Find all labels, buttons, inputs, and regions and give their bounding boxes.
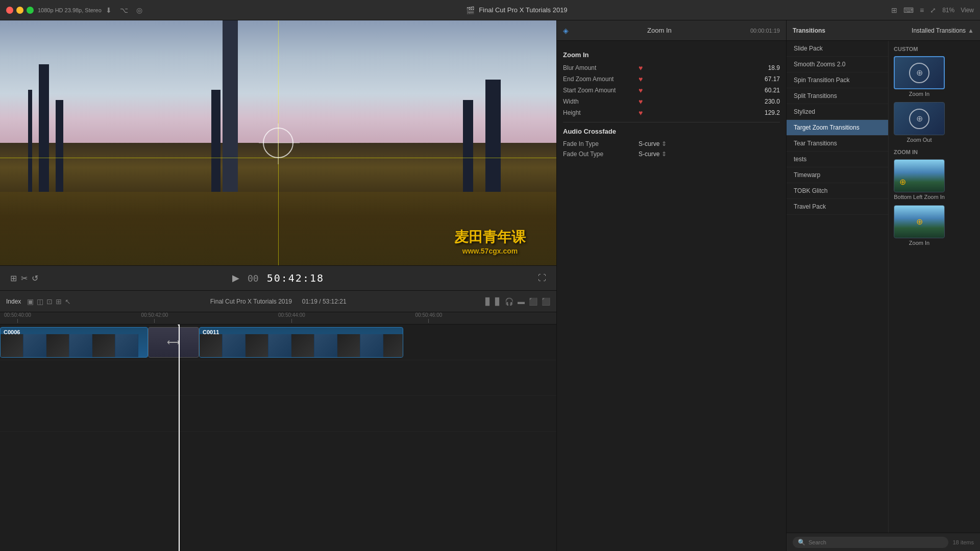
timecode-dots: 00 xyxy=(248,273,259,284)
transition-item-stylized[interactable]: Stylized xyxy=(787,104,888,120)
expand-icon[interactable]: ⤢ xyxy=(930,6,936,14)
zoom-out-thumb: ⊕ xyxy=(894,102,945,135)
view-button[interactable]: View xyxy=(961,7,974,14)
frame xyxy=(314,334,337,357)
search-icon: 🔍 xyxy=(798,539,805,546)
play-button[interactable]: ▶ xyxy=(232,272,239,284)
fullscreen-icon[interactable]: ⛶ xyxy=(538,273,546,282)
audio-crossfade-title: Audio Crossfade xyxy=(563,128,780,135)
start-zoom-keyframe[interactable]: ♥ xyxy=(639,86,643,94)
transitions-panel-title: Transitions xyxy=(793,27,825,34)
transition-item-split[interactable]: Split Transitions xyxy=(787,88,888,104)
width-keyframe[interactable]: ♥ xyxy=(639,97,643,106)
end-zoom-value[interactable]: 67.17 xyxy=(647,76,780,83)
transition-item-tear[interactable]: Tear Transitions xyxy=(787,136,888,152)
start-zoom-row: Start Zoom Amount ♥ 60.21 xyxy=(563,86,780,94)
fade-in-dropdown[interactable]: S-curve ⇕ xyxy=(639,140,667,147)
end-zoom-keyframe[interactable]: ♥ xyxy=(639,75,643,83)
track-icon-2[interactable]: ◫ xyxy=(37,297,43,306)
track-icon-4[interactable]: ⊞ xyxy=(56,297,62,306)
transport-tools-left: ⊞ ✂ ↺ xyxy=(10,273,38,283)
share-icon[interactable]: ⬛ xyxy=(542,297,550,306)
inspector-title-text: Zoom In xyxy=(573,27,746,34)
audio-track-2 xyxy=(0,396,556,432)
right-panels: ◈ Zoom In 00:00:01:19 Zoom In Blur Amoun… xyxy=(556,20,980,551)
keyboard-icon[interactable]: ⌨ xyxy=(903,6,914,14)
blur-amount-keyframe[interactable]: ♥ xyxy=(639,64,643,72)
fade-out-label: Fade Out Type xyxy=(563,151,634,158)
transitions-panel: Transitions Installed Transitions ▲ Slid… xyxy=(786,20,980,551)
grid-icon[interactable]: ⊞ xyxy=(891,6,897,14)
installed-transitions-control[interactable]: Installed Transitions ▲ xyxy=(912,27,974,34)
trim-icon[interactable]: ✂ xyxy=(21,273,28,283)
waveform-icon[interactable]: ▬ xyxy=(518,297,525,306)
clip-c0006[interactable]: C0006 xyxy=(0,327,148,358)
clip-c0011[interactable]: C0011 xyxy=(199,327,403,358)
track-icon-3[interactable]: ⊡ xyxy=(46,297,53,306)
fade-out-arrow: ⇕ xyxy=(662,151,667,158)
transition-item-slide-pack[interactable]: Slide Pack xyxy=(787,41,888,57)
zoom-in-label: Zoom In xyxy=(894,91,945,97)
height-keyframe[interactable]: ♥ xyxy=(639,109,643,117)
title-bar-right: ⊞ ⌨ ≡ ⤢ 81% View xyxy=(891,6,974,14)
maximize-button[interactable] xyxy=(27,7,34,14)
close-button[interactable] xyxy=(6,7,13,14)
audio-meter-icon[interactable]: ▊ xyxy=(485,297,491,306)
clip-transition[interactable]: ⟷ xyxy=(148,327,199,358)
start-zoom-value[interactable]: 60.21 xyxy=(647,87,780,94)
grid-item-zoom-in[interactable]: ⊕ Zoom In xyxy=(894,56,945,97)
zoom-out-thumb-icon: ⊕ xyxy=(909,109,929,129)
headphone-icon[interactable]: 🎧 xyxy=(505,297,513,306)
export-icon[interactable]: ⬛ xyxy=(529,297,537,306)
transition-item-tests[interactable]: tests xyxy=(787,152,888,167)
frame xyxy=(200,334,223,357)
blur-amount-value[interactable]: 18.9 xyxy=(647,64,780,71)
frame xyxy=(115,334,138,357)
grid-item-zoom-out[interactable]: ⊕ Zoom Out xyxy=(894,102,945,143)
inspector-panel: ◈ Zoom In 00:00:01:19 Zoom In Blur Amoun… xyxy=(556,20,786,551)
minimize-button[interactable] xyxy=(16,7,23,14)
zoom-level[interactable]: 81% xyxy=(942,7,954,14)
transitions-header: Transitions Installed Transitions ▲ xyxy=(787,20,980,41)
transform-icon[interactable]: ↺ xyxy=(32,273,38,283)
end-zoom-label: End Zoom Amount xyxy=(563,76,634,83)
frame xyxy=(337,334,360,357)
check-icon[interactable]: ◎ xyxy=(136,6,142,14)
transition-item-smooth-zooms[interactable]: Smooth Zooms 2.0 xyxy=(787,57,888,72)
fade-out-dropdown[interactable]: S-curve ⇕ xyxy=(639,151,667,158)
search-input[interactable] xyxy=(808,539,943,545)
inspector-section-zoom-in: Zoom In xyxy=(563,51,780,59)
film-icon[interactable]: ⌥ xyxy=(120,6,128,14)
installed-label: Installed Transitions xyxy=(912,27,966,34)
resolution-text: 1080p HD 23.98p, Stereo xyxy=(38,7,102,13)
audio-track-1 xyxy=(0,360,556,396)
width-row: Width ♥ 230.0 xyxy=(563,97,780,106)
width-value[interactable]: 230.0 xyxy=(647,98,780,105)
index-tab[interactable]: Index xyxy=(6,298,21,305)
transition-item-travel[interactable]: Travel Pack xyxy=(787,199,888,215)
transition-item-tobk[interactable]: TOBK Glitch xyxy=(787,183,888,199)
project-title: Final Cut Pro X Tutorials 2019 xyxy=(479,6,567,14)
height-value[interactable]: 129.2 xyxy=(647,109,780,116)
equalizer-icon[interactable]: ≡ xyxy=(920,6,924,14)
search-box[interactable]: 🔍 xyxy=(793,537,948,548)
cursor-icon[interactable]: ↖ xyxy=(65,297,71,306)
transitions-footer: 🔍 18 items xyxy=(787,533,980,551)
audio-meter-icon-2[interactable]: ▊ xyxy=(495,297,501,306)
tools-icon[interactable]: ⊞ xyxy=(10,273,17,283)
video-track: C0006 ⟷ xyxy=(0,324,556,360)
track-icon-1[interactable]: ▣ xyxy=(27,297,34,306)
frame xyxy=(246,334,268,357)
transition-item-timewarp[interactable]: Timewarp xyxy=(787,167,888,183)
frame xyxy=(23,334,46,357)
grid-item-zoom-in-2[interactable]: ⊕ Zoom In xyxy=(894,205,945,246)
clip-c0011-label: C0011 xyxy=(203,329,219,335)
divider-1 xyxy=(563,122,780,122)
timecode-display: 50:42:18 xyxy=(267,272,324,284)
import-icon[interactable]: ⬇ xyxy=(106,6,112,14)
custom-grid-row: ⊕ Zoom In ⊕ Zoom Out xyxy=(894,56,975,143)
left-panel: 麦田青年课 www.57cgx.com ⊞ ✂ ↺ ▶ 00 50:42:18 … xyxy=(0,20,556,551)
transition-item-target-zoom[interactable]: Target Zoom Transitions xyxy=(787,120,888,136)
grid-item-bottom-left[interactable]: ⊕ Bottom Left Zoom In xyxy=(894,159,945,200)
transition-item-spin-pack[interactable]: Spin Transition Pack xyxy=(787,72,888,88)
